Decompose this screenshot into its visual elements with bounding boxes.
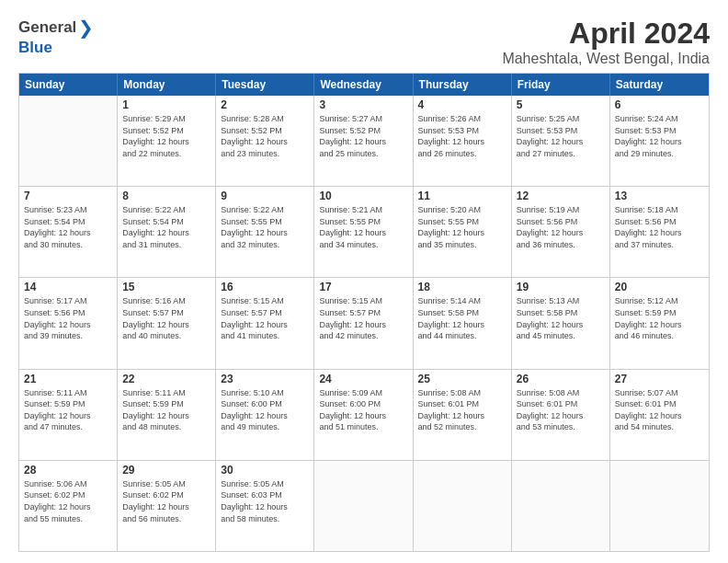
cell-info: Sunrise: 5:13 AM Sunset: 5:58 PM Dayligh… xyxy=(517,295,605,341)
cell-info: Sunrise: 5:20 AM Sunset: 5:55 PM Dayligh… xyxy=(418,204,506,250)
calendar-cell: 16Sunrise: 5:15 AM Sunset: 5:57 PM Dayli… xyxy=(216,278,314,368)
cell-info: Sunrise: 5:16 AM Sunset: 5:57 PM Dayligh… xyxy=(122,295,210,341)
calendar-cell: 19Sunrise: 5:13 AM Sunset: 5:58 PM Dayli… xyxy=(512,278,610,368)
calendar-cell xyxy=(19,96,118,186)
cell-info: Sunrise: 5:29 AM Sunset: 5:52 PM Dayligh… xyxy=(122,113,210,159)
calendar-cell: 2Sunrise: 5:28 AM Sunset: 5:52 PM Daylig… xyxy=(216,96,314,186)
cell-info: Sunrise: 5:06 AM Sunset: 6:02 PM Dayligh… xyxy=(24,478,112,524)
cell-info: Sunrise: 5:12 AM Sunset: 5:59 PM Dayligh… xyxy=(615,295,704,341)
cell-date: 28 xyxy=(24,464,112,477)
day-header-thursday: Thursday xyxy=(414,74,512,96)
day-header-monday: Monday xyxy=(118,74,216,96)
cell-info: Sunrise: 5:26 AM Sunset: 5:53 PM Dayligh… xyxy=(418,113,506,159)
cell-info: Sunrise: 5:14 AM Sunset: 5:58 PM Dayligh… xyxy=(418,295,506,341)
cell-info: Sunrise: 5:21 AM Sunset: 5:55 PM Dayligh… xyxy=(319,204,407,250)
cell-date: 23 xyxy=(221,373,309,385)
calendar-cell: 7Sunrise: 5:23 AM Sunset: 5:54 PM Daylig… xyxy=(19,187,118,277)
calendar-week-5: 28Sunrise: 5:06 AM Sunset: 6:02 PM Dayli… xyxy=(19,461,709,551)
logo-general-text: General xyxy=(18,18,76,37)
calendar-cell xyxy=(414,461,512,551)
cell-date: 9 xyxy=(221,190,309,202)
calendar-cell xyxy=(610,461,709,551)
calendar-cell: 12Sunrise: 5:19 AM Sunset: 5:56 PM Dayli… xyxy=(512,187,610,277)
cell-date: 24 xyxy=(319,373,407,385)
cell-info: Sunrise: 5:27 AM Sunset: 5:52 PM Dayligh… xyxy=(319,113,407,159)
calendar-cell: 1Sunrise: 5:29 AM Sunset: 5:52 PM Daylig… xyxy=(118,96,216,186)
title-section: April 2024 Maheshtala, West Bengal, Indi… xyxy=(502,17,710,67)
day-header-friday: Friday xyxy=(512,74,610,96)
calendar-cell xyxy=(314,461,413,551)
calendar-cell: 6Sunrise: 5:24 AM Sunset: 5:53 PM Daylig… xyxy=(610,96,709,186)
cell-date: 27 xyxy=(615,373,704,385)
cell-date: 29 xyxy=(122,464,210,477)
cell-date: 4 xyxy=(418,98,506,111)
cell-info: Sunrise: 5:08 AM Sunset: 6:01 PM Dayligh… xyxy=(418,387,506,433)
calendar-cell: 25Sunrise: 5:08 AM Sunset: 6:01 PM Dayli… xyxy=(414,370,512,460)
calendar-cell: 27Sunrise: 5:07 AM Sunset: 6:01 PM Dayli… xyxy=(610,370,709,460)
calendar-cell: 3Sunrise: 5:27 AM Sunset: 5:52 PM Daylig… xyxy=(314,96,413,186)
cell-date: 26 xyxy=(517,373,605,385)
cell-info: Sunrise: 5:11 AM Sunset: 5:59 PM Dayligh… xyxy=(122,387,210,433)
calendar: SundayMondayTuesdayWednesdayThursdayFrid… xyxy=(18,73,710,552)
cell-info: Sunrise: 5:09 AM Sunset: 6:00 PM Dayligh… xyxy=(319,387,407,433)
calendar-cell: 9Sunrise: 5:22 AM Sunset: 5:55 PM Daylig… xyxy=(216,187,314,277)
cell-date: 8 xyxy=(122,190,210,202)
cell-date: 7 xyxy=(24,190,112,202)
cell-info: Sunrise: 5:05 AM Sunset: 6:03 PM Dayligh… xyxy=(221,478,309,524)
cell-date: 15 xyxy=(122,281,210,293)
day-header-sunday: Sunday xyxy=(19,74,118,96)
day-header-wednesday: Wednesday xyxy=(314,74,413,96)
cell-date: 16 xyxy=(221,281,309,293)
calendar-cell: 5Sunrise: 5:25 AM Sunset: 5:53 PM Daylig… xyxy=(512,96,610,186)
logo: General ❯ Blue xyxy=(18,17,94,57)
main-title: April 2024 xyxy=(502,17,710,51)
calendar-cell: 21Sunrise: 5:11 AM Sunset: 5:59 PM Dayli… xyxy=(19,370,118,460)
cell-date: 14 xyxy=(24,281,112,293)
calendar-cell: 11Sunrise: 5:20 AM Sunset: 5:55 PM Dayli… xyxy=(414,187,512,277)
cell-info: Sunrise: 5:15 AM Sunset: 5:57 PM Dayligh… xyxy=(319,295,407,341)
cell-info: Sunrise: 5:22 AM Sunset: 5:54 PM Dayligh… xyxy=(122,204,210,250)
cell-info: Sunrise: 5:15 AM Sunset: 5:57 PM Dayligh… xyxy=(221,295,309,341)
cell-date: 30 xyxy=(221,464,309,477)
page: General ❯ Blue April 2024 Maheshtala, We… xyxy=(0,0,728,563)
cell-info: Sunrise: 5:05 AM Sunset: 6:02 PM Dayligh… xyxy=(122,478,210,524)
calendar-week-1: 1Sunrise: 5:29 AM Sunset: 5:52 PM Daylig… xyxy=(19,96,709,187)
calendar-week-2: 7Sunrise: 5:23 AM Sunset: 5:54 PM Daylig… xyxy=(19,187,709,278)
logo-bird-icon: ❯ xyxy=(78,17,94,39)
cell-info: Sunrise: 5:17 AM Sunset: 5:56 PM Dayligh… xyxy=(24,295,112,341)
calendar-cell: 20Sunrise: 5:12 AM Sunset: 5:59 PM Dayli… xyxy=(610,278,709,368)
calendar-cell: 23Sunrise: 5:10 AM Sunset: 6:00 PM Dayli… xyxy=(216,370,314,460)
cell-info: Sunrise: 5:07 AM Sunset: 6:01 PM Dayligh… xyxy=(615,387,704,433)
cell-date: 20 xyxy=(615,281,704,293)
calendar-cell: 4Sunrise: 5:26 AM Sunset: 5:53 PM Daylig… xyxy=(414,96,512,186)
cell-info: Sunrise: 5:08 AM Sunset: 6:01 PM Dayligh… xyxy=(517,387,605,433)
cell-date: 17 xyxy=(319,281,407,293)
cell-info: Sunrise: 5:10 AM Sunset: 6:00 PM Dayligh… xyxy=(221,387,309,433)
cell-date: 1 xyxy=(122,98,210,111)
calendar-cell xyxy=(512,461,610,551)
cell-date: 10 xyxy=(319,190,407,202)
cell-info: Sunrise: 5:11 AM Sunset: 5:59 PM Dayligh… xyxy=(24,387,112,433)
day-header-tuesday: Tuesday xyxy=(216,74,314,96)
cell-date: 19 xyxy=(517,281,605,293)
cell-info: Sunrise: 5:25 AM Sunset: 5:53 PM Dayligh… xyxy=(517,113,605,159)
calendar-body: 1Sunrise: 5:29 AM Sunset: 5:52 PM Daylig… xyxy=(19,96,709,551)
cell-date: 12 xyxy=(517,190,605,202)
cell-date: 5 xyxy=(517,98,605,111)
calendar-header: SundayMondayTuesdayWednesdayThursdayFrid… xyxy=(19,74,709,96)
cell-date: 13 xyxy=(615,190,704,202)
cell-date: 3 xyxy=(319,98,407,111)
calendar-cell: 18Sunrise: 5:14 AM Sunset: 5:58 PM Dayli… xyxy=(414,278,512,368)
calendar-week-4: 21Sunrise: 5:11 AM Sunset: 5:59 PM Dayli… xyxy=(19,370,709,461)
calendar-cell: 28Sunrise: 5:06 AM Sunset: 6:02 PM Dayli… xyxy=(19,461,118,551)
cell-info: Sunrise: 5:22 AM Sunset: 5:55 PM Dayligh… xyxy=(221,204,309,250)
cell-info: Sunrise: 5:28 AM Sunset: 5:52 PM Dayligh… xyxy=(221,113,309,159)
calendar-week-3: 14Sunrise: 5:17 AM Sunset: 5:56 PM Dayli… xyxy=(19,278,709,369)
calendar-cell: 30Sunrise: 5:05 AM Sunset: 6:03 PM Dayli… xyxy=(216,461,314,551)
calendar-cell: 13Sunrise: 5:18 AM Sunset: 5:56 PM Dayli… xyxy=(610,187,709,277)
cell-date: 6 xyxy=(615,98,704,111)
calendar-cell: 26Sunrise: 5:08 AM Sunset: 6:01 PM Dayli… xyxy=(512,370,610,460)
calendar-cell: 29Sunrise: 5:05 AM Sunset: 6:02 PM Dayli… xyxy=(118,461,216,551)
cell-date: 22 xyxy=(122,373,210,385)
cell-date: 2 xyxy=(221,98,309,111)
